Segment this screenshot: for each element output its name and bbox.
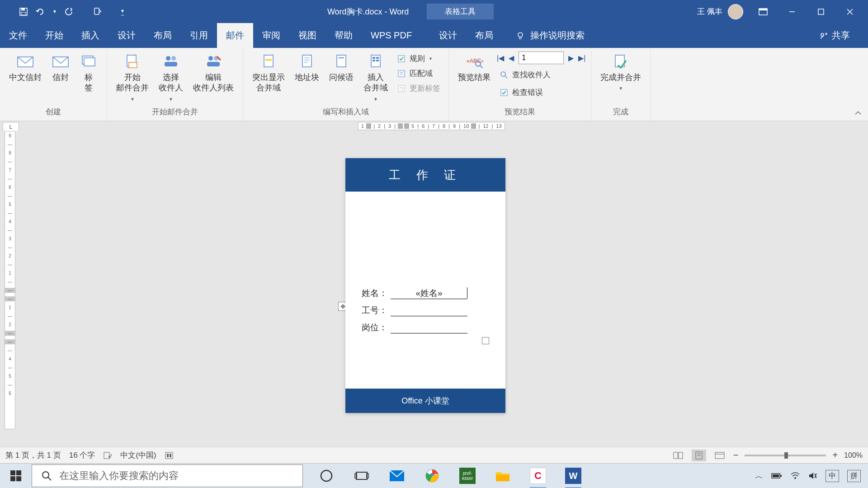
- zoom-percent[interactable]: 100%: [844, 451, 863, 460]
- rules-button[interactable]: 规则 ▼: [394, 52, 443, 66]
- camtasia-icon[interactable]: C: [528, 466, 548, 486]
- insert-merge-field-button[interactable]: 插入 合并域 ▼: [360, 52, 392, 104]
- macro-icon[interactable]: [165, 451, 174, 460]
- tab-home[interactable]: 开始: [36, 23, 72, 48]
- tab-wpspdf[interactable]: WPS PDF: [362, 24, 421, 47]
- document-canvas[interactable]: 9—8—7—6—5—4—3—2—1— ——1—2———4—5—6 ✥ I 工 作…: [0, 131, 868, 429]
- tray-overflow-icon[interactable]: ︿: [755, 470, 763, 481]
- document-page[interactable]: 工 作 证 姓名： «姓名» 工号： 岗位： Office 小课堂: [345, 158, 505, 413]
- last-record-button[interactable]: ▶|: [578, 54, 585, 62]
- post-value[interactable]: [391, 322, 467, 333]
- print-layout-button[interactable]: [692, 450, 706, 461]
- avatar: [728, 4, 743, 19]
- tab-table-layout[interactable]: 布局: [466, 23, 502, 48]
- start-button[interactable]: [0, 464, 32, 488]
- cn-envelope-button[interactable]: 中文信封: [5, 52, 45, 84]
- read-mode-button[interactable]: [671, 450, 685, 461]
- zoom-out-button[interactable]: −: [733, 450, 739, 460]
- edit-recipients-button[interactable]: 编辑 收件人列表: [189, 52, 237, 95]
- tab-layout[interactable]: 布局: [145, 23, 181, 48]
- tell-me-search[interactable]: 操作说明搜索: [516, 29, 585, 42]
- chrome-icon[interactable]: [422, 466, 442, 486]
- first-record-button[interactable]: |◀: [497, 54, 504, 62]
- tab-selector[interactable]: L: [3, 122, 19, 132]
- tab-insert[interactable]: 插入: [72, 23, 108, 48]
- select-recipients-button[interactable]: 选择 收件人 ▼: [155, 52, 187, 104]
- web-layout-button[interactable]: [712, 450, 727, 461]
- zoom-slider[interactable]: [745, 455, 826, 456]
- save-button[interactable]: [18, 6, 29, 17]
- tab-view[interactable]: 视图: [289, 23, 326, 48]
- tab-help[interactable]: 帮助: [326, 23, 362, 48]
- card-title: 工 作 证: [345, 158, 505, 192]
- mail-app-icon[interactable]: [387, 466, 407, 486]
- undo-dropdown-icon[interactable]: ▼: [52, 9, 57, 14]
- labels-button[interactable]: 标 签: [76, 52, 101, 95]
- chevron-down-icon: ▼: [130, 96, 135, 102]
- redo-button[interactable]: [63, 6, 74, 17]
- group-create-label: 创建: [5, 105, 101, 119]
- start-mail-merge-button[interactable]: 开始 邮件合并 ▼: [113, 52, 152, 104]
- bulb-icon: [516, 31, 525, 40]
- svg-rect-54: [674, 452, 678, 459]
- horizontal-ruler[interactable]: 1 |2|3| 5|6|7|8|9|10 |12|13: [358, 122, 505, 130]
- taskbar-search[interactable]: 在这里输入你要搜索的内容: [32, 465, 303, 487]
- highlight-fields-button[interactable]: 突出显示 合并域: [249, 52, 288, 95]
- user-account[interactable]: 王 佩丰: [697, 4, 743, 19]
- svg-rect-74: [496, 475, 509, 481]
- tab-review[interactable]: 审阅: [253, 23, 289, 48]
- word-count[interactable]: 16 个字: [69, 450, 95, 460]
- volume-icon[interactable]: [808, 472, 817, 480]
- update-labels-button: 更新标签: [394, 81, 443, 95]
- file-explorer-icon[interactable]: [493, 466, 513, 486]
- check-errors-button[interactable]: 检查错误: [497, 85, 585, 99]
- spellcheck-icon[interactable]: [103, 451, 112, 460]
- tab-mailings[interactable]: 邮件: [217, 23, 253, 48]
- tab-design[interactable]: 设计: [108, 23, 145, 48]
- vertical-ruler[interactable]: 9—8—7—6—5—4—3—2—1— ——1—2———4—5—6: [5, 131, 15, 429]
- collapse-ribbon-button[interactable]: [854, 111, 862, 116]
- touch-mode-button[interactable]: [92, 6, 103, 17]
- ime-mode-indicator[interactable]: 拼: [847, 470, 861, 482]
- zoom-in-button[interactable]: +: [832, 450, 838, 460]
- greeting-line-button[interactable]: 问候语: [326, 52, 357, 84]
- ribbon-display-button[interactable]: [754, 3, 772, 21]
- record-number-input[interactable]: [519, 52, 564, 64]
- name-value[interactable]: «姓名»: [391, 287, 467, 299]
- tab-references[interactable]: 引用: [181, 23, 217, 48]
- next-record-button[interactable]: ▶: [568, 54, 574, 62]
- minimize-button[interactable]: [783, 3, 801, 21]
- zoom-thumb[interactable]: [784, 452, 788, 459]
- battery-icon[interactable]: [771, 472, 782, 479]
- svg-rect-63: [10, 476, 15, 481]
- address-block-button[interactable]: 地址块: [291, 52, 323, 84]
- language-indicator[interactable]: 中文(中国): [120, 450, 156, 460]
- wifi-icon[interactable]: [790, 472, 800, 480]
- word-app-icon[interactable]: W: [563, 466, 583, 486]
- tab-table-design[interactable]: 设计: [430, 23, 466, 48]
- ime-lang-indicator[interactable]: 中: [826, 470, 839, 482]
- preview-results-button[interactable]: «ABC» 预览结果: [454, 52, 494, 84]
- task-view-icon[interactable]: [352, 466, 372, 486]
- match-fields-button[interactable]: 匹配域: [394, 66, 443, 80]
- group-finish: 完成并合并 ▼ 完成: [591, 48, 651, 121]
- maximize-button[interactable]: [812, 3, 830, 21]
- professor-app-icon[interactable]: prof-essor: [458, 466, 477, 486]
- page-count[interactable]: 第 1 页，共 1 页: [5, 450, 61, 460]
- taskbar-apps: prof-essor C W: [316, 466, 583, 486]
- cortana-icon[interactable]: [316, 466, 336, 486]
- envelope-button[interactable]: 信封: [48, 52, 73, 84]
- prev-record-button[interactable]: ◀: [509, 54, 514, 62]
- finish-merge-button[interactable]: 完成并合并 ▼: [597, 52, 645, 93]
- cell-resize-handle[interactable]: [482, 337, 489, 344]
- undo-button[interactable]: [35, 6, 46, 17]
- svg-rect-24: [207, 62, 220, 66]
- user-name: 王 佩丰: [697, 6, 722, 17]
- title-right: 王 佩丰: [697, 3, 868, 21]
- find-recipient-button[interactable]: 查找收件人: [497, 68, 585, 82]
- tab-file[interactable]: 文件: [0, 23, 36, 48]
- id-value[interactable]: [391, 305, 467, 316]
- share-button[interactable]: 共享: [819, 29, 868, 42]
- card-footer: Office 小课堂: [345, 389, 505, 413]
- close-button[interactable]: [841, 3, 859, 21]
